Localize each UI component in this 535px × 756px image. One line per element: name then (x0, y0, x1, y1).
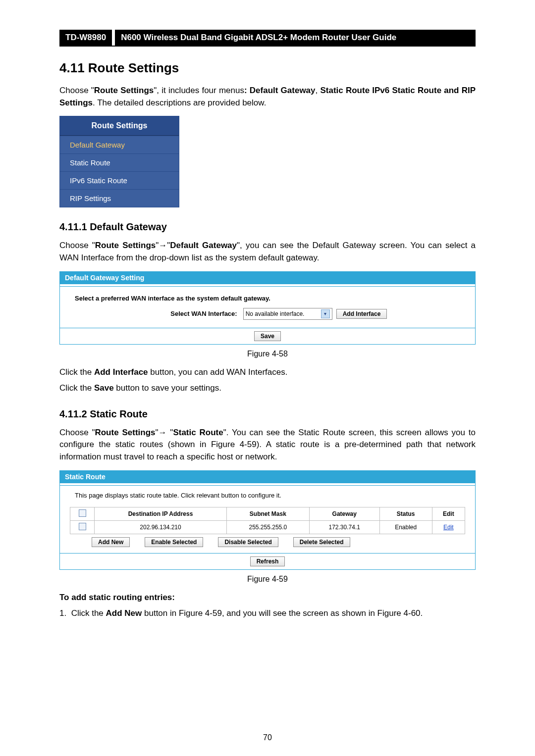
select-all-checkbox[interactable] (79, 509, 86, 517)
cell-mask: 255.255.255.0 (227, 520, 310, 534)
default-gateway-panel: Default Gateway Setting Select a preferr… (59, 271, 476, 345)
nav-item-default-gateway[interactable]: Default Gateway (60, 136, 179, 153)
model-badge: TD-W8980 (59, 30, 112, 46)
add-static-heading: To add static routing entries: (59, 592, 476, 604)
nav-item-rip-settings[interactable]: RIP Settings (60, 189, 179, 207)
table-row: 202.96.134.210 255.255.255.0 172.30.74.1… (70, 520, 465, 534)
add-new-button[interactable]: Add New (92, 537, 130, 547)
static-route-paragraph: Choose "Route Settings"→ "Static Route".… (59, 427, 476, 463)
save-note: Click the Save button to save your setti… (59, 382, 476, 395)
add-interface-button[interactable]: Add Interface (336, 309, 387, 319)
static-route-panel: Static Route This page displays static r… (59, 470, 476, 570)
panel-title-sr: Static Route (60, 471, 475, 483)
sr-description: This page displays static route table. C… (70, 492, 465, 502)
wan-interface-dropdown[interactable]: No available interface. ▾ (243, 308, 332, 320)
doc-header: TD-W8980 N600 Wireless Dual Band Gigabit… (59, 30, 476, 47)
subsection-default-gateway: 4.11.1 Default Gateway (59, 221, 476, 233)
nav-item-ipv6-static-route[interactable]: IPv6 Static Route (60, 171, 179, 189)
static-route-table: Destination IP Address Subnet Mask Gatew… (70, 507, 465, 534)
page-number: 70 (0, 733, 535, 742)
subsection-static-route: 4.11.2 Static Route (59, 408, 476, 420)
section-heading: 4.11 Route Settings (59, 60, 476, 76)
row-checkbox[interactable] (79, 523, 86, 530)
figure-caption-2: Figure 4-59 (59, 575, 476, 584)
table-header-row: Destination IP Address Subnet Mask Gatew… (70, 507, 465, 520)
refresh-button[interactable]: Refresh (250, 556, 285, 566)
chevron-down-icon: ▾ (321, 309, 330, 318)
add-interface-note: Click the Add Interface button, you can … (59, 366, 476, 379)
save-button[interactable]: Save (254, 331, 281, 341)
select-wan-label: Select WAN Interface: (148, 310, 239, 317)
add-static-step1: 1. Click the Add New button in Figure 4-… (59, 607, 476, 620)
panel-title: Default Gateway Setting (60, 272, 475, 284)
dropdown-value: No available interface. (246, 310, 305, 317)
cell-status: Enabled (379, 520, 432, 534)
disable-selected-button[interactable]: Disable Selected (218, 537, 278, 547)
intro-paragraph: Choose "Route Settings", it includes fou… (59, 85, 476, 109)
figure-caption-1: Figure 4-58 (59, 350, 476, 358)
route-settings-nav: Route Settings Default Gateway Static Ro… (59, 116, 179, 207)
nav-header: Route Settings (60, 116, 179, 136)
doc-title: N600 Wireless Dual Band Gigabit ADSL2+ M… (115, 30, 476, 46)
cell-dest: 202.96.134.210 (95, 520, 227, 534)
nav-item-static-route[interactable]: Static Route (60, 153, 179, 171)
default-gateway-paragraph: Choose "Route Settings"→"Default Gateway… (59, 240, 476, 264)
cell-gateway: 172.30.74.1 (309, 520, 379, 534)
edit-link[interactable]: Edit (443, 524, 454, 531)
delete-selected-button[interactable]: Delete Selected (293, 537, 350, 547)
dg-instruction: Select a preferred WAN interface as the … (75, 295, 460, 302)
enable-selected-button[interactable]: Enable Selected (145, 537, 203, 547)
